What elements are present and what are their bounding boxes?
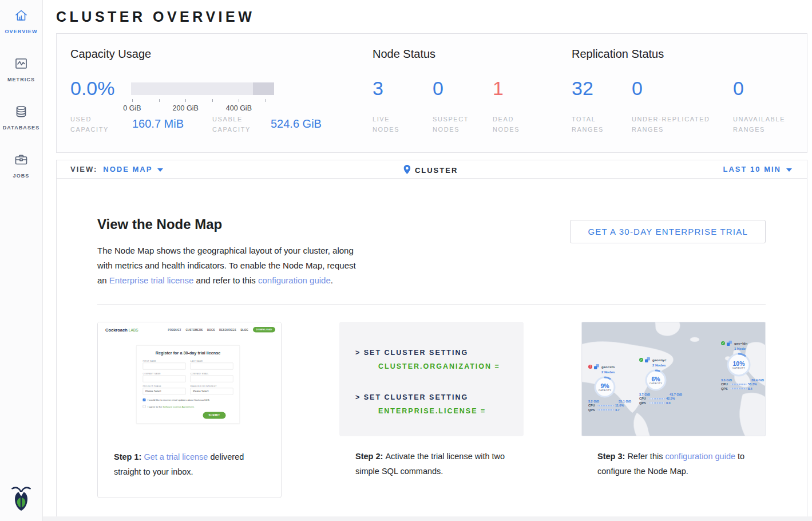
sidebar-item-metrics[interactable]: METRICS	[0, 48, 42, 82]
capacity-ring-gauge: 10% CAPACITY	[726, 352, 751, 377]
briefcase-icon	[14, 152, 29, 167]
node-cubes-icon	[645, 357, 651, 363]
under-replicated-ranges-label: UNDER-REPLICATED RANGES	[632, 114, 729, 135]
chevron-down-icon	[786, 168, 792, 172]
step-3-card: ! geo=sfo 2 Nodes 9%	[581, 322, 766, 498]
thumbnail-input	[191, 376, 233, 382]
capacity-usage-title: Capacity Usage	[70, 48, 151, 61]
capacity-label: CAPACITY	[599, 389, 612, 392]
node-status-title: Node Status	[373, 48, 435, 61]
cpu-label: CPU	[639, 397, 647, 401]
location-pin-icon	[403, 165, 410, 174]
steps-row: Cockroach LABS PRODUCT CUSTOMERS DOCS RE…	[97, 322, 766, 498]
configuration-guide-link[interactable]: configuration guide	[665, 452, 735, 461]
metrics-chart-icon	[14, 56, 29, 71]
node-cubes-icon	[727, 341, 732, 346]
thumbnail-nav-item: PRODUCT	[168, 328, 181, 331]
capacity-ring-gauge: 6% CAPACITY	[644, 369, 667, 392]
node-map-description: The Node Map shows the geographical layo…	[97, 243, 365, 288]
thumbnail-nav-item: BLOG	[240, 328, 248, 331]
node-map-preview: ! geo=sfo 2 Nodes 9%	[581, 322, 766, 436]
view-dropdown[interactable]: NODE MAP	[103, 165, 152, 173]
cockroachdb-logo[interactable]	[0, 484, 42, 514]
sql-argument: CLUSTER.ORGANIZATION =	[355, 360, 524, 373]
used-capacity-label: USED CAPACITY	[70, 114, 122, 135]
cpu-label: CPU	[588, 404, 596, 408]
suspect-nodes-count: 0	[433, 77, 443, 100]
page-background-strip	[43, 516, 812, 521]
checkbox-unchecked-icon	[143, 405, 146, 408]
cockroachdb-bug-icon	[11, 484, 31, 512]
replication-status-title: Replication Status	[572, 48, 664, 61]
node-healthy-icon: ✓	[639, 358, 643, 362]
node-healthy-icon: ✓	[721, 341, 725, 345]
capacity-gauge: 0 GiB 200 GiB 400 GiB	[131, 82, 274, 95]
sidebar-item-jobs[interactable]: JOBS	[0, 144, 42, 179]
enterprise-trial-button[interactable]: GET A 30-DAY ENTERPRISE TRIAL	[570, 220, 766, 243]
step-2-card: > SET CLUSTER SETTING CLUSTER.ORGANIZATI…	[339, 322, 524, 498]
node-locality: geo=sfo	[601, 365, 615, 369]
thumbnail-checkbox-label: I agree to the Software License Agreemen…	[148, 405, 195, 408]
enterprise-trial-license-link[interactable]: Enterprise trial license	[109, 275, 194, 285]
capacity-percent: 10%	[732, 360, 744, 366]
usable-capacity-label: USABLE CAPACITY	[212, 114, 264, 135]
live-nodes-label: LIVE NODES	[373, 114, 418, 135]
description-text: .	[331, 275, 333, 285]
checkbox-checked-icon: ✓	[143, 398, 146, 401]
chevron-down-icon[interactable]	[157, 168, 163, 172]
view-label: VIEW:	[70, 165, 97, 173]
node-locality: geo=ldn	[734, 342, 747, 346]
qps-label: QPS	[639, 401, 647, 405]
live-nodes-count: 3	[373, 77, 383, 100]
sidebar-item-label: METRICS	[0, 77, 42, 82]
sidebar-item-databases[interactable]: DATABASES	[0, 96, 42, 131]
page-title: CLUSTER OVERVIEW	[56, 9, 812, 25]
node-map-heading: View the Node Map	[97, 216, 222, 232]
main-content: CLUSTER OVERVIEW Capacity Usage 0.0% 0 G…	[43, 0, 812, 518]
unavailable-ranges-count: 0	[733, 77, 744, 100]
caption-text: Refer this	[627, 452, 665, 461]
qps-value: 8.4	[748, 386, 752, 391]
configuration-guide-link[interactable]: configuration guide	[258, 275, 331, 285]
step-2-caption: Step 2: Activate the trial license with …	[355, 449, 508, 479]
total-value: 35.1 GiB	[619, 399, 631, 404]
used-value: 3.6 GiB	[721, 378, 732, 382]
thumbnail-select: Please Select	[143, 388, 186, 395]
map-node-sfo: ! geo=sfo 2 Nodes 9%	[588, 364, 640, 412]
node-count: 2 Nodes	[652, 364, 666, 368]
dead-nodes-label: DEAD NODES	[493, 114, 538, 135]
sidebar-item-label: OVERVIEW	[0, 29, 42, 34]
thumbnail-download-button: DOWNLOAD	[253, 327, 275, 333]
qps-label: QPS	[721, 386, 729, 391]
database-icon	[14, 104, 29, 119]
total-value: 36.4 GiB	[751, 378, 764, 382]
thumbnail-input	[143, 376, 186, 382]
trial-site-thumbnail: Cockroach LABS PRODUCT CUSTOMERS DOCS RE…	[98, 322, 282, 437]
qps-label: QPS	[588, 408, 596, 412]
capacity-gauge-used-segment	[253, 82, 275, 95]
thumbnail-submit-button: SUBMIT	[203, 412, 226, 419]
thumbnail-site-header: Cockroach LABS PRODUCT CUSTOMERS DOCS RE…	[98, 322, 282, 333]
thumbnail-field-label: COMPANY NAME	[143, 373, 186, 375]
gauge-tick-label: 200 GiB	[173, 104, 199, 112]
step-1-caption: Step 1: Get a trial license delivered st…	[114, 449, 265, 479]
cluster-breadcrumb[interactable]: CLUSTER	[403, 165, 458, 175]
qps-value: 0.0	[666, 401, 671, 405]
cpu-value: 58.3%	[748, 382, 757, 387]
description-text: and refer to this	[193, 275, 258, 285]
map-node-ldn: ✓ geo=ldn 1 Node 10%	[721, 341, 766, 391]
used-capacity-value: 160.7 MiB	[132, 117, 184, 131]
gauge-tick-label: 0 GiB	[123, 104, 141, 112]
thumbnail-register-form: Register for a 30-day trial license FIRS…	[136, 345, 240, 424]
get-trial-license-link[interactable]: Get a trial license	[144, 452, 208, 461]
thumbnail-checkbox-label: I would like to receive email updates ab…	[148, 398, 210, 401]
thumbnail-field-label: COMPANY EMAIL	[191, 373, 233, 375]
thumbnail-brand-suffix: LABS	[129, 328, 138, 333]
time-range-dropdown[interactable]: LAST 10 MIN	[723, 165, 792, 173]
cpu-value: 11.0%	[615, 404, 624, 408]
step-1-card: Cockroach LABS PRODUCT CUSTOMERS DOCS RE…	[97, 322, 282, 498]
thumbnail-license-link: Software License Agreement.	[163, 405, 195, 408]
sidebar-item-overview[interactable]: OVERVIEW	[0, 0, 42, 34]
thumbnail-nav-item: DOCS	[207, 328, 215, 331]
thumbnail-brand: Cockroach	[105, 327, 128, 333]
